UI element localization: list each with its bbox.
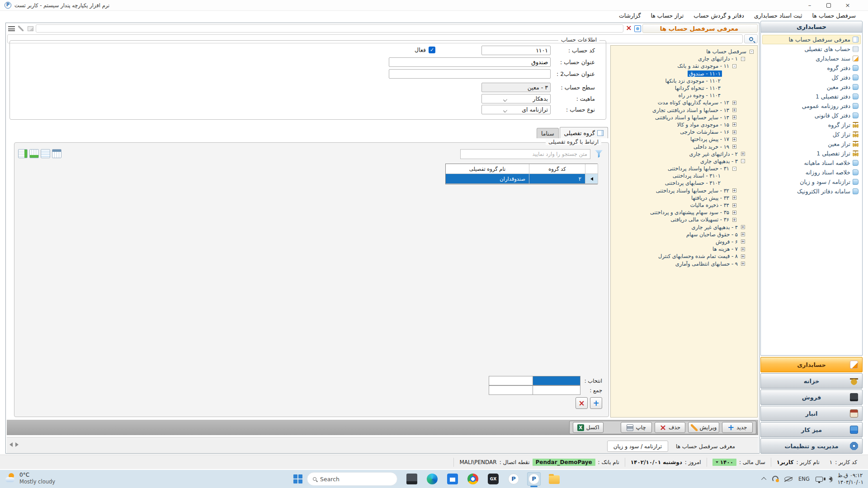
tree-item-label[interactable]: ۱ - دارائیهای جاری <box>697 56 739 62</box>
tree-item-label[interactable]: ۸ - قیمت تمام شده وحسابهای کنترل <box>657 253 739 259</box>
tree-row[interactable]: ۱۱۰۴ - وجوه در راه <box>611 92 757 99</box>
sync-icon[interactable] <box>772 476 778 482</box>
add-relation-button[interactable]: + <box>590 397 602 409</box>
module-button[interactable]: مدیریت و تنظیمات <box>760 438 863 454</box>
taskbar-search[interactable]: Search <box>307 472 397 486</box>
module-button[interactable]: میز کار <box>760 422 863 437</box>
action-button[interactable]: جدید <box>722 422 753 433</box>
tree-item-label[interactable]: ۱۱۰۳ - تنخواه گردانها <box>674 85 722 91</box>
select-value-cell2[interactable] <box>489 376 533 385</box>
tree-row[interactable]: ۳۱۰۱ - اسناد پرداختنی <box>611 172 757 179</box>
attachment-icon[interactable] <box>26 25 34 32</box>
tab-nav-left-icon[interactable] <box>9 442 13 447</box>
taskbar-app-icon[interactable]: P <box>527 472 541 486</box>
tree-item-label[interactable]: ۱۲ - سرمایه گذاریهای کوتاه مدت <box>656 99 731 106</box>
tree-item-label[interactable]: ۳۱۰۲ - حسابهای پرداختنی <box>664 180 722 186</box>
menu-item[interactable]: گزارشات <box>614 12 646 19</box>
tree-row[interactable]: ۳۱ - حسابها واسناد پرداختنی <box>611 165 757 172</box>
tree-row[interactable]: ۳۶ - تسهیلات مالی دریافتی <box>611 216 757 223</box>
tree-row[interactable]: ۹ - حسابهای انتظامی وآماری <box>611 260 757 267</box>
tree-item-label[interactable]: ۴ - بدهیهای غیر جاری <box>690 224 739 230</box>
filter-funnel-icon[interactable] <box>595 150 603 158</box>
sidebar-item[interactable]: دفتر تفصیلی 1 <box>762 92 861 101</box>
tree-row[interactable]: ۱۱۰۲ - موجودی نزد بانکها <box>611 77 757 84</box>
tree-row[interactable]: ۴ - بدهیهای غیر جاری <box>611 224 757 231</box>
tree-expander-icon[interactable] <box>732 188 736 192</box>
menu-item[interactable]: تراز حساب ها <box>646 12 689 19</box>
tree-row[interactable]: ۱ - دارائیهای جاری <box>611 55 757 62</box>
grid-summary-icon[interactable] <box>52 149 61 158</box>
tree-expander-icon[interactable] <box>732 64 736 68</box>
taskbar-app-icon[interactable]: GX <box>486 472 500 486</box>
tree-expander-icon[interactable] <box>741 152 745 156</box>
account-name2-input[interactable] <box>389 69 551 79</box>
tree-item-label[interactable]: ۳۱۰۱ - اسناد پرداختنی <box>671 173 722 179</box>
tree-item-label[interactable]: ۳۶ - تسهیلات مالی دریافتی <box>669 216 731 223</box>
sidebar-item[interactable]: دفتر معین <box>762 82 861 92</box>
tree-expander-icon[interactable] <box>732 196 736 200</box>
sidebar-item[interactable]: دفتر گروه <box>762 63 861 73</box>
volume-icon[interactable] <box>829 477 832 481</box>
taskbar-app-icon[interactable] <box>547 472 561 486</box>
taskbar-app-icon[interactable] <box>405 472 419 486</box>
chevron-up-icon[interactable] <box>761 477 766 482</box>
maximize-button[interactable] <box>826 2 832 9</box>
clock[interactable]: ۰۹:۱۲ ق.ظ ۱۴۰۴/۱۰/۰۱ <box>838 472 863 486</box>
tree-row[interactable]: ۱۱۰۱ - صندوق <box>611 70 757 77</box>
tree-row[interactable]: ۱۵ - موجودی مواد و کالا <box>611 121 757 128</box>
tree-expander-icon[interactable] <box>750 50 754 54</box>
tree-row[interactable]: ۱۱ - موجودی نقد و بانک <box>611 62 757 70</box>
tree-row[interactable]: ۵ - حقوق صاحبان سهام <box>611 231 757 238</box>
tree-expander-icon[interactable] <box>732 115 736 119</box>
tree-row[interactable]: ۱۲ - سرمایه گذاریهای کوتاه مدت <box>611 99 757 106</box>
action-button[interactable]: حذف <box>655 422 685 433</box>
minimize-button[interactable]: – <box>807 2 813 9</box>
tree-row[interactable]: ۱۳ - حسابها و اسناد دریافتنی تجاری <box>611 107 757 114</box>
tree-item-label[interactable]: ۹ - حسابهای انتظامی وآماری <box>674 261 739 267</box>
module-button[interactable]: فروش <box>760 389 863 405</box>
tree-item-label[interactable]: ۷ - هزینه ها <box>711 246 739 252</box>
module-button[interactable]: انبار <box>760 406 863 421</box>
fiscal-year-select[interactable]: ۱۴۰۰ <box>712 459 736 466</box>
module-button[interactable]: حسابداری <box>760 357 863 372</box>
sidebar-item[interactable]: دفتر روزنامه عمومی <box>762 101 861 111</box>
sidebar-item[interactable]: خلاصه اسناد روزانه <box>762 168 861 177</box>
taskbar-app-icon[interactable]: P <box>507 472 520 486</box>
active-checkbox[interactable]: ✓ <box>429 47 435 53</box>
tree-item-label[interactable]: ۱۴ - سایر حسابها و اسناد دریافتنی <box>654 114 731 121</box>
sidebar-item[interactable]: دفتر کل <box>762 73 861 82</box>
child-expand-icon[interactable] <box>634 25 641 32</box>
tree-row[interactable]: ۳۴ - ذخیره مالیات <box>611 202 757 209</box>
open-window-tab[interactable]: معرفی سرفصل حساب ها <box>670 441 741 452</box>
tree-item-label[interactable]: ۱۵ - موجودی مواد و کالا <box>675 122 731 128</box>
tree-row[interactable]: ۱۷ - پیش پرداختها <box>611 136 757 143</box>
start-button[interactable] <box>293 474 303 484</box>
eye-off-icon[interactable] <box>784 477 793 481</box>
tree-expander-icon[interactable] <box>741 57 745 61</box>
cell-group-code[interactable]: ۲ <box>529 174 585 184</box>
action-button[interactable]: چاپ <box>621 422 651 433</box>
tree-row[interactable]: ۱۱۰۳ - تنخواه گردانها <box>611 84 757 92</box>
account-nature-select[interactable]: بدهکار <box>481 94 551 103</box>
tree-row[interactable]: ۱۶ - سفارشات خارجی <box>611 128 757 136</box>
search-button[interactable] <box>744 34 758 43</box>
tree-row[interactable]: ۱۹ - خرید داخلی <box>611 143 757 150</box>
tree-item-label[interactable]: ۵ - حقوق صاحبان سهام <box>685 231 739 238</box>
grid-columns-icon[interactable] <box>18 149 28 158</box>
account-code-input[interactable] <box>481 46 551 55</box>
sidebar-item[interactable]: سند حسابداری <box>762 54 861 63</box>
action-button[interactable]: ویرایش <box>688 422 719 433</box>
sidebar-item[interactable]: تراز معین <box>762 139 861 149</box>
tree-item-label[interactable]: ۳۵ - سود سهام پیشنهادی و پرداختنی <box>649 209 731 216</box>
sidebar-item[interactable]: سامانه دفاتر الکترونیک <box>762 187 861 196</box>
tree-expander-icon[interactable] <box>732 137 736 141</box>
tree-item-label[interactable]: ۶ - فروش <box>714 239 739 245</box>
module-button[interactable]: خزانه <box>760 373 863 389</box>
tree-row[interactable]: ۳۲ - سایر حسابها واسناد پرداختنی <box>611 187 757 194</box>
tree-expander-icon[interactable] <box>741 232 745 236</box>
tree-expander-icon[interactable] <box>741 262 745 266</box>
tree-row[interactable]: سرفصل حساب ها <box>611 48 757 55</box>
select-value-cell[interactable] <box>533 376 580 385</box>
tree-row[interactable]: ۳۳ - پیش دریافتها <box>611 194 757 202</box>
tree-expander-icon[interactable] <box>732 130 736 134</box>
